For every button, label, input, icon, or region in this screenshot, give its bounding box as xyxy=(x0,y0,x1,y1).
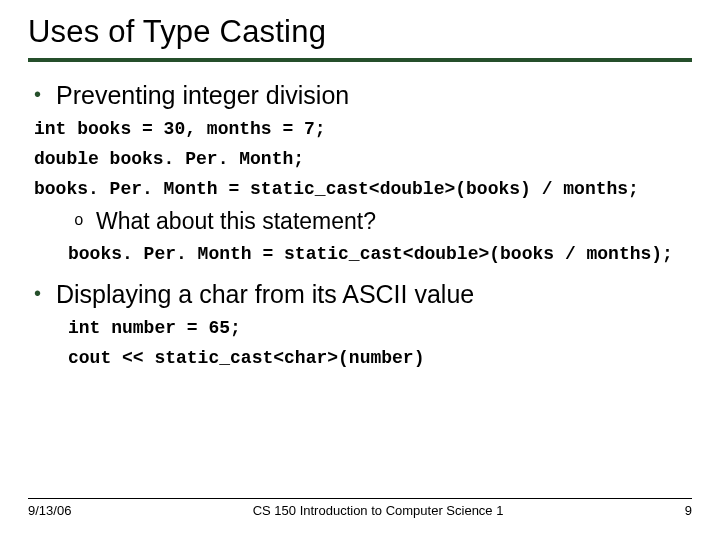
slide-title: Uses of Type Casting xyxy=(28,14,692,50)
sub-bullet-1: o What about this statement? xyxy=(74,208,692,235)
code-line-5: int number = 65; xyxy=(68,317,692,339)
bullet-dot-icon: • xyxy=(28,279,56,307)
footer: 9/13/06 CS 150 Introduction to Computer … xyxy=(0,498,720,518)
code-line-1: int books = 30, months = 7; xyxy=(34,118,692,140)
slide: Uses of Type Casting • Preventing intege… xyxy=(0,0,720,540)
bullet-2: • Displaying a char from its ASCII value xyxy=(28,279,692,309)
footer-date: 9/13/06 xyxy=(28,503,71,518)
footer-course: CS 150 Introduction to Computer Science … xyxy=(71,503,684,518)
slide-body: • Preventing integer division int books … xyxy=(28,80,692,369)
footer-row: 9/13/06 CS 150 Introduction to Computer … xyxy=(28,503,692,518)
footer-page: 9 xyxy=(685,503,692,518)
bullet-1-text: Preventing integer division xyxy=(56,80,349,110)
code-line-2: double books. Per. Month; xyxy=(34,148,692,170)
code-line-3: books. Per. Month = static_cast<double>(… xyxy=(34,178,692,200)
sub-bullet-1-text: What about this statement? xyxy=(96,208,376,235)
sub-bullet-marker: o xyxy=(74,208,96,235)
code-line-4: books. Per. Month = static_cast<double>(… xyxy=(68,243,692,265)
bullet-dot-icon: • xyxy=(28,80,56,108)
bullet-1: • Preventing integer division xyxy=(28,80,692,110)
footer-rule xyxy=(28,498,692,499)
title-underline xyxy=(28,58,692,62)
code-line-6: cout << static_cast<char>(number) xyxy=(68,347,692,369)
bullet-2-text: Displaying a char from its ASCII value xyxy=(56,279,474,309)
